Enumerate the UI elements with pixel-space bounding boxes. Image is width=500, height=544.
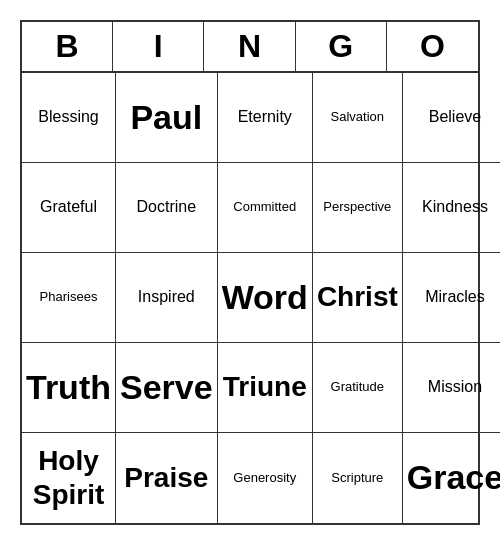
bingo-grid: BlessingPaulEternitySalvationBelieveGrat… <box>22 73 478 523</box>
bingo-cell-5: Grateful <box>22 163 116 253</box>
bingo-cell-3: Salvation <box>313 73 403 163</box>
bingo-cell-17: Triune <box>218 343 313 433</box>
bingo-card: BINGO BlessingPaulEternitySalvationBelie… <box>20 20 480 525</box>
bingo-cell-11: Inspired <box>116 253 218 343</box>
bingo-cell-text-15: Truth <box>26 367 111 408</box>
bingo-cell-text-23: Scripture <box>331 470 383 486</box>
bingo-cell-14: Miracles <box>403 253 500 343</box>
bingo-cell-text-4: Believe <box>429 107 481 126</box>
bingo-cell-text-24: Grace <box>407 457 500 498</box>
bingo-cell-text-11: Inspired <box>138 287 195 306</box>
bingo-cell-text-18: Gratitude <box>331 379 384 395</box>
bingo-cell-7: Committed <box>218 163 313 253</box>
bingo-cell-text-9: Kindness <box>422 197 488 216</box>
bingo-cell-text-2: Eternity <box>238 107 292 126</box>
bingo-cell-9: Kindness <box>403 163 500 253</box>
bingo-cell-text-13: Christ <box>317 280 398 314</box>
bingo-header: BINGO <box>22 22 478 73</box>
bingo-cell-19: Mission <box>403 343 500 433</box>
bingo-cell-text-21: Praise <box>124 461 208 495</box>
bingo-cell-15: Truth <box>22 343 116 433</box>
header-letter-N: N <box>204 22 295 71</box>
bingo-cell-text-6: Doctrine <box>137 197 197 216</box>
bingo-cell-12: Word <box>218 253 313 343</box>
bingo-cell-text-17: Triune <box>223 370 307 404</box>
bingo-cell-13: Christ <box>313 253 403 343</box>
bingo-cell-text-10: Pharisees <box>40 289 98 305</box>
header-letter-I: I <box>113 22 204 71</box>
bingo-cell-text-5: Grateful <box>40 197 97 216</box>
bingo-cell-text-0: Blessing <box>38 107 98 126</box>
bingo-cell-8: Perspective <box>313 163 403 253</box>
bingo-cell-22: Generosity <box>218 433 313 523</box>
bingo-cell-10: Pharisees <box>22 253 116 343</box>
bingo-cell-text-3: Salvation <box>331 109 384 125</box>
bingo-cell-text-1: Paul <box>130 97 202 138</box>
bingo-cell-1: Paul <box>116 73 218 163</box>
bingo-cell-16: Serve <box>116 343 218 433</box>
bingo-cell-20: HolySpirit <box>22 433 116 523</box>
bingo-cell-24: Grace <box>403 433 500 523</box>
bingo-cell-text-12: Word <box>222 277 308 318</box>
bingo-cell-4: Believe <box>403 73 500 163</box>
bingo-cell-text-19: Mission <box>428 377 482 396</box>
bingo-cell-text-7: Committed <box>233 199 296 215</box>
header-letter-G: G <box>296 22 387 71</box>
bingo-cell-0: Blessing <box>22 73 116 163</box>
bingo-cell-text-8: Perspective <box>323 199 391 215</box>
bingo-cell-6: Doctrine <box>116 163 218 253</box>
bingo-cell-18: Gratitude <box>313 343 403 433</box>
bingo-cell-text-14: Miracles <box>425 287 485 306</box>
bingo-cell-21: Praise <box>116 433 218 523</box>
bingo-cell-23: Scripture <box>313 433 403 523</box>
bingo-cell-text-16: Serve <box>120 367 213 408</box>
bingo-cell-text-22: Generosity <box>233 470 296 486</box>
bingo-cell-2: Eternity <box>218 73 313 163</box>
bingo-cell-text-20: HolySpirit <box>33 444 105 511</box>
header-letter-B: B <box>22 22 113 71</box>
header-letter-O: O <box>387 22 478 71</box>
